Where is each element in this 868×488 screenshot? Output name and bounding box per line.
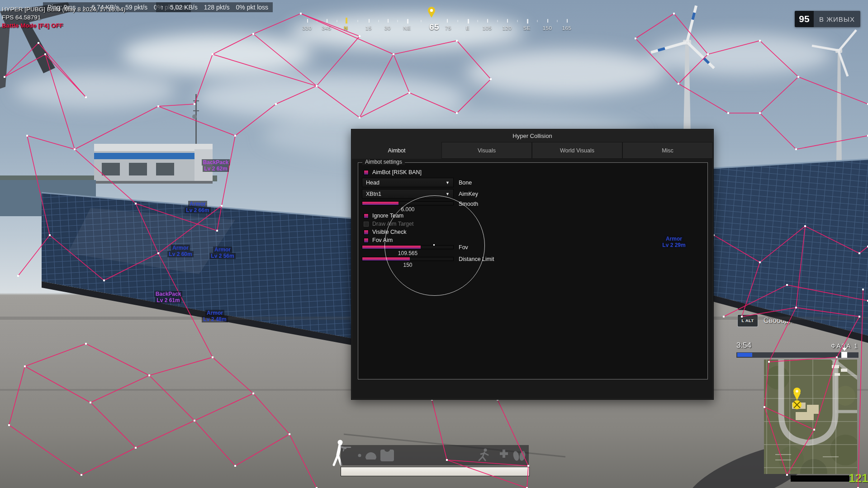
- esp-label-armor: ArmorLv 2 48m: [194, 310, 235, 322]
- lungs-icon: [512, 450, 526, 461]
- checkbox-icon: [364, 238, 369, 243]
- helmet-icon: [365, 452, 376, 460]
- runner-icon: [479, 449, 488, 461]
- compass-tick: SE: [523, 25, 531, 31]
- aimbot-checkbox[interactable]: AimBot [RISK BAN]: [364, 169, 422, 175]
- upload-loss: 0% pkt loss: [236, 4, 269, 11]
- upload-arrow-icon: ↑: [161, 4, 164, 11]
- health-bar: [341, 467, 530, 476]
- esp-label-backpack: BackPackLv 2 61m: [148, 291, 189, 303]
- fps-counter: FPS 64.58791: [2, 14, 41, 21]
- chevron-down-icon: ▼: [446, 192, 450, 196]
- compass-tick: 75: [445, 25, 451, 31]
- aimkey-label: AimKey: [459, 191, 478, 197]
- crosshair-dot: [433, 244, 435, 246]
- phase-progress-bar: [736, 352, 859, 358]
- health-bar-fill: [341, 467, 529, 476]
- chevron-down-icon: ▼: [446, 180, 450, 185]
- esp-label-backpack: BackPackLv 2 62m: [195, 159, 236, 172]
- alive-count: 95: [795, 11, 814, 27]
- compass-tick: 30: [384, 25, 391, 31]
- esp-label-armor: ArmorLv 2 60m: [160, 245, 201, 257]
- zone-timer: 3:54: [736, 341, 751, 350]
- net-upload-stats: ↑ 5,02 KB/s 128 pkt/s 0% pkt loss: [156, 2, 273, 12]
- checkbox-icon: [364, 213, 369, 218]
- game-screen: Ping: 9ms ↓ 6,74 KB/s 59 pkt/s 0% pkt lo…: [0, 0, 868, 488]
- compass-heading: 65: [429, 22, 439, 32]
- upload-packets: 128 pkt/s: [204, 4, 230, 11]
- phase-marker-icon: [842, 348, 847, 351]
- upload-rate: 5,02 KB/s: [170, 4, 198, 11]
- esp-label-armor: ArmorLv 2 66m: [177, 201, 218, 213]
- alive-label: В ЖИВЫХ: [814, 11, 860, 27]
- esp-label-armor: ArmorLv 2 56m: [202, 246, 243, 259]
- compass-tick: 345: [322, 25, 332, 31]
- boost-bar: [791, 475, 849, 482]
- group-legend: Aimbot settings: [362, 159, 405, 165]
- compass-tick: NE: [403, 25, 411, 31]
- compass-tick: 165: [562, 25, 572, 31]
- checkbox-icon: [364, 230, 369, 235]
- download-packets: 59 pkt/s: [125, 4, 147, 11]
- equipment-bar: [341, 445, 529, 465]
- minimap: [764, 360, 857, 474]
- compass-tick-north: N: [344, 25, 348, 31]
- esp-label-armor: ArmorLv 2 29m: [654, 236, 694, 248]
- checkbox-icon: [364, 170, 369, 175]
- checkbox-icon: [364, 222, 369, 227]
- bone-label: Bone: [459, 180, 472, 186]
- compass-tick: 120: [503, 25, 512, 31]
- compass-tick: 330: [303, 25, 312, 31]
- players-alive-counter: 95 В ЖИВЫХ: [795, 11, 860, 27]
- tab-misc[interactable]: Misc: [622, 142, 713, 159]
- menu-title: Hyper Collision: [351, 129, 713, 139]
- score-value: 121: [849, 471, 868, 485]
- plus-icon: [500, 450, 508, 458]
- tab-visuals[interactable]: Visuals: [441, 142, 532, 159]
- vest-icon: [380, 450, 394, 461]
- battle-mode-status: Battle Mode [F4] OFF: [2, 22, 63, 29]
- phase-marker: [841, 352, 847, 358]
- minimap-art: [764, 360, 857, 474]
- zone-timer-panel: 3:54 ФАЗА 1: [736, 341, 859, 358]
- compass-tick: E: [466, 25, 470, 31]
- aimbot-fov-circle: [384, 195, 485, 296]
- compass-tick: 150: [543, 25, 552, 31]
- tab-world-visuals[interactable]: World Visuals: [532, 142, 622, 159]
- equipment-icons: [341, 445, 529, 465]
- build-info: HYPER [PUBG] Build (May 8 2024, 17:16:04…: [2, 6, 125, 13]
- compass-tick: 15: [365, 25, 372, 31]
- dot-icon: [358, 454, 361, 457]
- compass-tick: 105: [483, 25, 492, 31]
- menu-tabs: Aimbot Visuals World Visuals Misc: [352, 142, 713, 159]
- phase-progress-segment: [737, 353, 752, 357]
- bone-dropdown[interactable]: Head ▼: [362, 178, 454, 187]
- compass-waypoint-pin-icon: [427, 6, 436, 18]
- tab-aimbot[interactable]: Aimbot: [352, 142, 441, 159]
